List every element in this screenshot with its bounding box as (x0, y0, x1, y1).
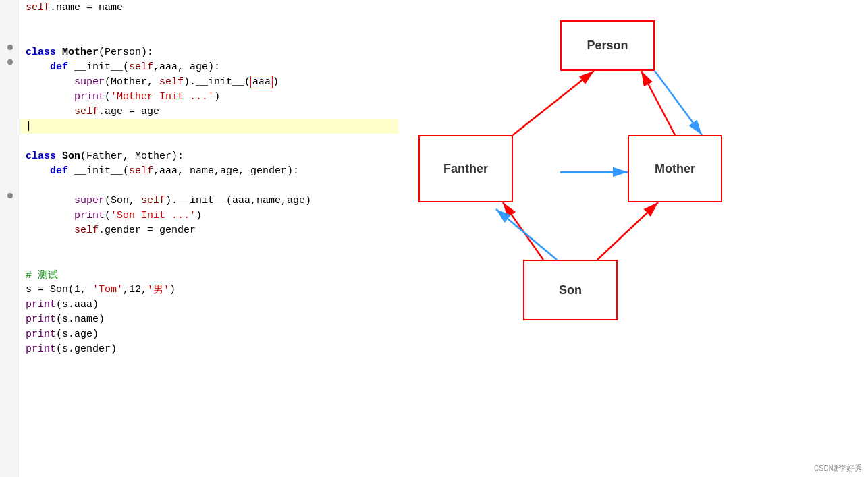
code-line-age: self.age = age (20, 104, 398, 119)
arrow-son-mother (597, 202, 658, 260)
code-line-print-gender: print(s.gender) (20, 341, 398, 356)
person-label: Person (587, 38, 628, 53)
arrow-fanther-person (513, 71, 594, 135)
code-line-son-init: def __init__(self,aaa, name,age, gender)… (20, 163, 398, 178)
code-line-son-class: class Son(Father, Mother): (20, 148, 398, 163)
code-line-blank1 (20, 15, 398, 30)
code-line-blank6 (20, 252, 398, 267)
code-line-blank4 (20, 178, 398, 193)
code-line-print-son: print('Son Init ...') (20, 208, 398, 223)
code-line-print-age: print(s.age) (20, 327, 398, 341)
person-box: Person (560, 20, 655, 71)
code-line-blank2 (20, 30, 398, 45)
code-line-blank5 (20, 237, 398, 252)
code-line-print-aaa: print(s.aaa) (20, 297, 398, 312)
footer-text: CSDN@李好秀 (814, 464, 863, 474)
diagram-area: Person Fanther Mother Son (398, 0, 868, 477)
son-label: Son (559, 283, 582, 298)
arrow-person-mother-blue (655, 71, 702, 135)
son-box: Son (523, 260, 618, 320)
code-gutter (0, 0, 20, 477)
code-line-comment: # 测试 (20, 267, 398, 282)
code-line-super-son: super(Son, self).__init__(aaa,name,age) (20, 193, 398, 208)
arrow-son-fanther-blue (496, 209, 557, 260)
code-line-1: self.name = name (20, 0, 398, 15)
code-line-mother-class: class Mother(Person): (20, 45, 398, 59)
mother-box: Mother (628, 135, 722, 202)
code-line-print-mother: print('Mother Init ...') (20, 89, 398, 104)
gutter-dot-2 (7, 59, 13, 65)
gutter-dot-3 (7, 193, 13, 198)
fanther-label: Fanther (443, 162, 488, 176)
arrow-mother-person (641, 71, 675, 135)
code-line-son-call: s = Son(1, 'Tom',12,'男') (20, 282, 398, 297)
code-line-gender: self.gender = gender (20, 223, 398, 237)
fanther-box: Fanther (418, 135, 513, 202)
mother-label: Mother (655, 162, 695, 176)
code-line-mother-init: def __init__(self,aaa, age): (20, 59, 398, 74)
code-line-super-mother: super(Mother, self).__init__(aaa) (20, 74, 398, 89)
code-line-blank3 (20, 134, 398, 148)
code-line-print-name: print(s.name) (20, 312, 398, 327)
gutter-dot-1 (7, 45, 13, 50)
footer: CSDN@李好秀 (809, 460, 868, 477)
code-editor: self.name = name class Mother(Person): d… (20, 0, 398, 477)
code-line-cursor: | (20, 119, 398, 134)
diagram-svg (398, 0, 868, 477)
